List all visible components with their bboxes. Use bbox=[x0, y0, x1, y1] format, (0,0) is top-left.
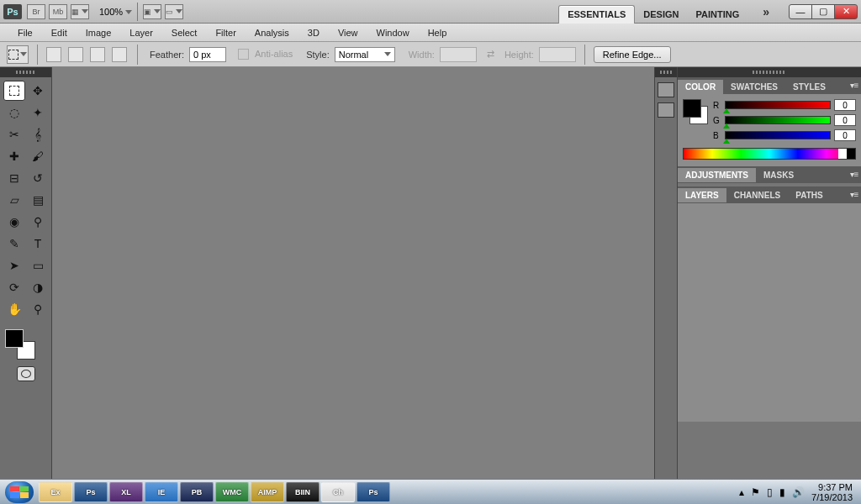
workspace-painting[interactable]: PAINTING bbox=[687, 6, 747, 24]
g-slider[interactable] bbox=[725, 116, 831, 124]
r-slider[interactable] bbox=[725, 101, 831, 109]
panel-grip[interactable] bbox=[0, 67, 51, 77]
screen-mode-button[interactable]: ▭ bbox=[165, 4, 183, 19]
feather-input[interactable] bbox=[189, 47, 226, 62]
maximize-button[interactable]: ▢ bbox=[811, 4, 835, 19]
canvas-area[interactable] bbox=[52, 67, 654, 479]
menu-help[interactable]: Help bbox=[419, 25, 457, 40]
taskbar-app-ps[interactable]: Ps bbox=[74, 482, 108, 502]
tool-healing[interactable]: ✚ bbox=[3, 146, 25, 166]
tool-eyedropper[interactable]: 𝄞 bbox=[27, 124, 49, 144]
tool-stamp[interactable]: ⊟ bbox=[3, 168, 25, 188]
workspace-design[interactable]: DESIGN bbox=[635, 6, 687, 24]
tool-pen[interactable]: ✎ bbox=[3, 234, 25, 254]
menu-file[interactable]: File bbox=[8, 25, 42, 40]
tool-preset-picker[interactable] bbox=[7, 45, 29, 64]
r-value[interactable]: 0 bbox=[834, 99, 856, 111]
layers-panel[interactable] bbox=[678, 203, 861, 422]
taskbar-app-wmc[interactable]: WMC bbox=[215, 482, 249, 502]
tool-path-select[interactable]: ➤ bbox=[3, 255, 25, 276]
tab-channels[interactable]: CHANNELS bbox=[726, 188, 789, 202]
foreground-swatch[interactable] bbox=[5, 329, 24, 348]
workspace-more-icon[interactable]: » bbox=[763, 5, 769, 18]
taskbar-app-biin[interactable]: BIIN bbox=[286, 482, 320, 502]
menu-view[interactable]: View bbox=[329, 25, 367, 40]
tool-gradient[interactable]: ▤ bbox=[27, 190, 49, 210]
selection-subtract-button[interactable] bbox=[90, 47, 105, 62]
arrange-docs-button[interactable]: ▣ bbox=[143, 4, 161, 19]
quick-mask-button[interactable] bbox=[17, 366, 35, 381]
tray-battery-icon[interactable]: ▯ bbox=[767, 486, 773, 498]
minibridge-button[interactable]: Mb bbox=[49, 4, 67, 19]
taskbar-app-ps[interactable]: Ps bbox=[357, 482, 390, 502]
zoom-level[interactable]: 100% bbox=[99, 7, 132, 17]
workspace-essentials[interactable]: ESSENTIALS bbox=[558, 5, 635, 24]
tool-history-brush[interactable]: ↺ bbox=[27, 168, 49, 188]
view-extras-button[interactable]: ▦ bbox=[71, 4, 89, 19]
bridge-button[interactable]: Br bbox=[27, 4, 45, 19]
taskbar-app-chrome[interactable]: Ch bbox=[321, 482, 355, 502]
panel-grip[interactable] bbox=[678, 67, 861, 77]
menu-filter[interactable]: Filter bbox=[206, 25, 245, 40]
minimize-button[interactable]: — bbox=[789, 4, 812, 19]
color-fg-bg[interactable] bbox=[683, 99, 708, 124]
tool-rectangle[interactable]: ▭ bbox=[27, 255, 49, 276]
menu-image[interactable]: Image bbox=[77, 25, 121, 40]
tab-layers[interactable]: LAYERS bbox=[678, 188, 726, 202]
tool-3d-rotate[interactable]: ⟳ bbox=[3, 277, 25, 297]
taskbar-app-explorer[interactable]: Ex bbox=[39, 482, 72, 502]
panel-menu-icon[interactable]: ▾≡ bbox=[848, 77, 861, 94]
color-ramp[interactable] bbox=[683, 148, 856, 160]
tool-crop[interactable]: ✂ bbox=[3, 124, 25, 144]
taskbar-app-xl[interactable]: XL bbox=[109, 482, 143, 502]
tool-move[interactable]: ✥ bbox=[27, 81, 49, 101]
start-button[interactable] bbox=[5, 481, 34, 503]
tab-swatches[interactable]: SWATCHES bbox=[723, 80, 785, 94]
tool-hand[interactable]: ✋ bbox=[3, 299, 25, 319]
tool-3d-orbit[interactable]: ◑ bbox=[27, 277, 49, 297]
taskbar-app-aimp[interactable]: AIMP bbox=[251, 482, 284, 502]
tray-volume-icon[interactable]: 🔊 bbox=[792, 486, 805, 498]
color-swatches[interactable] bbox=[3, 328, 45, 361]
tool-zoom[interactable]: ⚲ bbox=[27, 299, 49, 319]
selection-intersect-button[interactable] bbox=[112, 47, 127, 62]
selection-new-button[interactable] bbox=[46, 47, 61, 62]
collapsed-panel-icon[interactable] bbox=[658, 102, 674, 118]
style-select[interactable]: Normal bbox=[335, 47, 395, 62]
b-slider[interactable] bbox=[725, 131, 831, 139]
selection-add-button[interactable] bbox=[68, 47, 83, 62]
close-button[interactable]: ✕ bbox=[834, 4, 858, 19]
tray-flag-icon[interactable]: ⚑ bbox=[751, 486, 760, 498]
b-value[interactable]: 0 bbox=[834, 129, 856, 141]
collapsed-panel-icon[interactable] bbox=[658, 82, 674, 97]
tab-adjustments[interactable]: ADJUSTMENTS bbox=[678, 168, 756, 182]
panel-grip[interactable] bbox=[655, 67, 677, 77]
tool-type[interactable]: T bbox=[27, 234, 49, 254]
g-value[interactable]: 0 bbox=[834, 114, 856, 126]
taskbar-app-pb[interactable]: PB bbox=[180, 482, 214, 502]
tool-lasso[interactable]: ◌ bbox=[3, 102, 25, 123]
panel-menu-icon[interactable]: ▾≡ bbox=[848, 186, 861, 203]
taskbar-app-ie[interactable]: IE bbox=[145, 482, 178, 502]
tab-color[interactable]: COLOR bbox=[678, 80, 723, 94]
tool-dodge[interactable]: ⚲ bbox=[27, 212, 49, 232]
tool-blur[interactable]: ◉ bbox=[3, 212, 25, 232]
tab-styles[interactable]: STYLES bbox=[785, 80, 833, 94]
menu-layer[interactable]: Layer bbox=[120, 25, 162, 40]
tab-paths[interactable]: PATHS bbox=[788, 188, 830, 202]
taskbar-clock[interactable]: 9:37 PM 7/19/2013 bbox=[811, 482, 856, 502]
tray-show-hidden-icon[interactable]: ▴ bbox=[739, 486, 744, 498]
refine-edge-button[interactable]: Refine Edge... bbox=[594, 46, 671, 63]
menu-analysis[interactable]: Analysis bbox=[246, 25, 298, 40]
menu-window[interactable]: Window bbox=[367, 25, 419, 40]
menu-edit[interactable]: Edit bbox=[42, 25, 77, 40]
tab-masks[interactable]: MASKS bbox=[756, 168, 801, 182]
tool-eraser[interactable]: ▱ bbox=[3, 190, 25, 210]
tray-network-icon[interactable]: ▮ bbox=[779, 486, 785, 498]
menu-select[interactable]: Select bbox=[162, 25, 207, 40]
menu-3d[interactable]: 3D bbox=[298, 25, 329, 40]
panel-menu-icon[interactable]: ▾≡ bbox=[848, 166, 861, 183]
tool-dashed-square[interactable] bbox=[3, 81, 25, 101]
tool-quick-select[interactable]: ✦ bbox=[27, 102, 49, 123]
tool-brush[interactable]: 🖌 bbox=[27, 146, 49, 166]
